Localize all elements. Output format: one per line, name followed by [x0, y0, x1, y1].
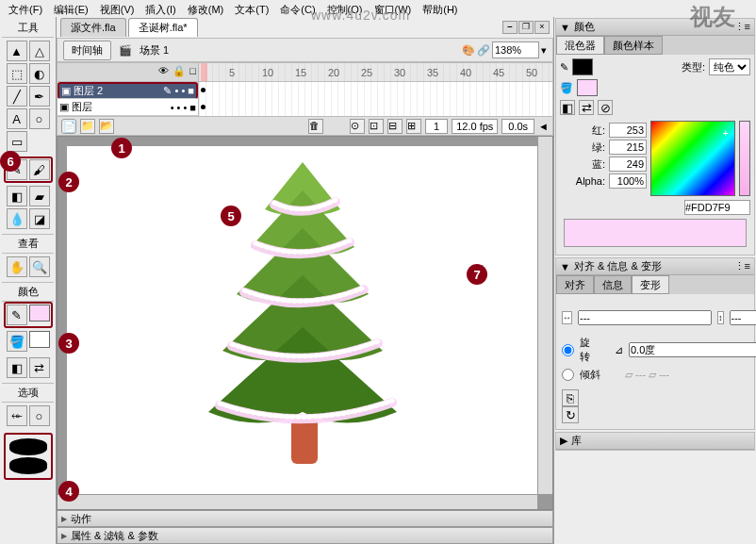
menu-file[interactable]: 文件(F) — [4, 2, 47, 15]
transform-tab[interactable]: 变形 — [632, 275, 669, 294]
line-tool[interactable]: ╱ — [7, 86, 27, 107]
zoom-tool[interactable]: 🔍 — [29, 256, 50, 277]
color-type-select[interactable]: 纯色 — [709, 58, 750, 75]
option-1[interactable]: ⬰ — [7, 405, 27, 426]
eye-icon[interactable]: 👁 — [158, 65, 169, 79]
green-input[interactable] — [609, 140, 647, 155]
lasso-tool[interactable]: ◐ — [29, 63, 50, 84]
stage-area[interactable] — [57, 136, 553, 510]
delete-layer-button[interactable]: 🗑 — [308, 119, 323, 134]
add-guide-button[interactable]: 📁 — [80, 119, 95, 134]
timeline-frames[interactable] — [199, 82, 552, 116]
menu-modify[interactable]: 修改(M) — [183, 2, 229, 15]
align-tab[interactable]: 对齐 — [556, 275, 594, 294]
paint-bucket-tool[interactable]: ▰ — [29, 186, 50, 206]
pen-tool[interactable]: ✒ — [29, 86, 50, 107]
scene-name[interactable]: 场景 1 — [140, 43, 169, 58]
bw-tool[interactable]: ◧ — [7, 357, 27, 378]
noswap-tool[interactable]: ⇄ — [29, 357, 50, 378]
hand-tool[interactable]: ✋ — [7, 256, 27, 277]
reset-transform-button[interactable]: ↻ — [562, 406, 579, 423]
horizontal-scrollbar[interactable] — [58, 494, 537, 509]
edit-symbol-icon[interactable]: 🔗 — [477, 44, 490, 57]
stroke-swatch[interactable] — [572, 58, 593, 75]
restore-button[interactable]: ❐ — [518, 21, 534, 34]
rotate-radio[interactable] — [562, 344, 574, 356]
outline-icon[interactable]: □ — [189, 65, 196, 79]
tab-file1[interactable]: 源文件.fla — [60, 18, 126, 37]
free-transform-tool[interactable]: ⬚ — [7, 63, 27, 84]
layer-2-row[interactable]: ▣ 图层 2 ✎ • • ■ — [58, 82, 198, 99]
subselect-tool[interactable]: △ — [29, 41, 50, 61]
info-tab[interactable]: 信息 — [594, 275, 632, 294]
swatch-tab[interactable]: 颜色样本 — [604, 36, 663, 55]
height-input[interactable] — [730, 310, 757, 325]
color-opt-1[interactable]: ◧ — [560, 100, 575, 115]
copy-transform-button[interactable]: ⎘ — [562, 389, 579, 406]
playhead[interactable] — [201, 63, 207, 81]
brush-shape-1[interactable] — [9, 438, 47, 455]
hex-input[interactable] — [684, 200, 750, 215]
close-button[interactable]: × — [534, 21, 550, 34]
color-opt-2[interactable]: ⇄ — [579, 100, 594, 115]
tick-20: 20 — [328, 67, 339, 78]
red-input[interactable] — [609, 123, 647, 138]
skew-radio[interactable] — [562, 369, 574, 381]
stroke-color-icon[interactable]: ✎ — [7, 305, 27, 325]
blue-input[interactable] — [609, 157, 647, 172]
oval-tool[interactable]: ○ — [29, 108, 50, 129]
selection-tool[interactable]: ▲ — [7, 41, 27, 61]
fill-color-well[interactable] — [29, 331, 50, 348]
zoom-input[interactable] — [492, 41, 539, 58]
eraser-tool[interactable]: ◪ — [29, 208, 50, 229]
eyedropper-tool[interactable]: 💧 — [7, 208, 27, 229]
rotate-input[interactable] — [629, 342, 756, 357]
fill-swatch[interactable] — [577, 79, 598, 96]
tab-file2[interactable]: 圣诞树.fla* — [128, 18, 198, 37]
properties-panel-bar[interactable]: 属性 & 滤镜 & 参数 — [57, 527, 553, 544]
add-folder-button[interactable]: 📂 — [99, 119, 114, 134]
timeline-ruler[interactable]: 5 10 15 20 25 30 35 40 45 50 — [199, 63, 552, 81]
tools-panel: 工具 ▲ △ ⬚ ◐ ╱ ✒ A ○ ▭ ✎ 🖌 ◧ ▰ 💧 ◪ 查看 ✋ 🔍 … — [0, 17, 57, 544]
menu-text[interactable]: 文本(T) — [230, 2, 273, 15]
align-panel-title[interactable]: ▼ 对齐 & 信息 & 变形⋮≡ — [556, 258, 754, 275]
pencil-color-icon[interactable]: ✎ — [560, 61, 568, 74]
color-brightness[interactable] — [739, 121, 750, 196]
christmas-tree-artwork[interactable] — [180, 153, 425, 473]
keyframe[interactable] — [201, 105, 205, 109]
bucket-color-icon[interactable]: 🪣 — [560, 82, 573, 94]
library-panel-title[interactable]: ▶ 库 — [556, 433, 754, 450]
timeline-button[interactable]: 时间轴 — [63, 41, 111, 60]
onion-icon[interactable]: ⊙ — [350, 119, 365, 134]
text-tool[interactable]: A — [7, 108, 27, 129]
stage-canvas[interactable] — [67, 146, 537, 494]
menu-insert[interactable]: 插入(I) — [140, 2, 180, 15]
color-spectrum[interactable]: + — [650, 121, 735, 196]
layer-1-row[interactable]: ▣ 图层 • • • ■ — [58, 99, 198, 116]
alpha-input[interactable] — [609, 173, 647, 189]
brush-shape-2[interactable] — [9, 457, 47, 474]
onion-outline-icon[interactable]: ⊡ — [369, 119, 384, 134]
mixer-tab[interactable]: 混色器 — [556, 36, 604, 55]
onion-marker-icon[interactable]: ⊞ — [406, 119, 421, 134]
keyframe[interactable] — [201, 88, 205, 92]
vertical-scrollbar[interactable] — [537, 137, 552, 494]
onion-edit-icon[interactable]: ⊟ — [387, 119, 403, 134]
brush-tool[interactable]: 🖌 — [29, 159, 50, 180]
menu-help[interactable]: 帮助(H) — [418, 2, 462, 15]
option-2[interactable]: ○ — [29, 405, 50, 426]
width-input[interactable] — [578, 310, 712, 325]
menu-view[interactable]: 视图(V) — [95, 2, 140, 15]
stroke-color-well[interactable] — [29, 305, 50, 321]
color-opt-3[interactable]: ⊘ — [598, 100, 613, 115]
edit-scene-icon[interactable]: 🎨 — [462, 44, 475, 57]
fill-color-icon[interactable]: 🪣 — [7, 331, 27, 352]
rect-tool[interactable]: ▭ — [7, 131, 27, 152]
actions-panel-bar[interactable]: 动作 — [57, 510, 553, 527]
ink-bottle-tool[interactable]: ◧ — [7, 186, 27, 206]
lock-icon[interactable]: 🔒 — [173, 65, 186, 79]
add-layer-button[interactable]: 📄 — [61, 119, 76, 134]
menu-edit[interactable]: 编辑(E) — [49, 2, 93, 15]
zoom-dropdown-icon[interactable]: ▾ — [541, 44, 547, 57]
minimize-button[interactable]: ‒ — [502, 21, 518, 34]
